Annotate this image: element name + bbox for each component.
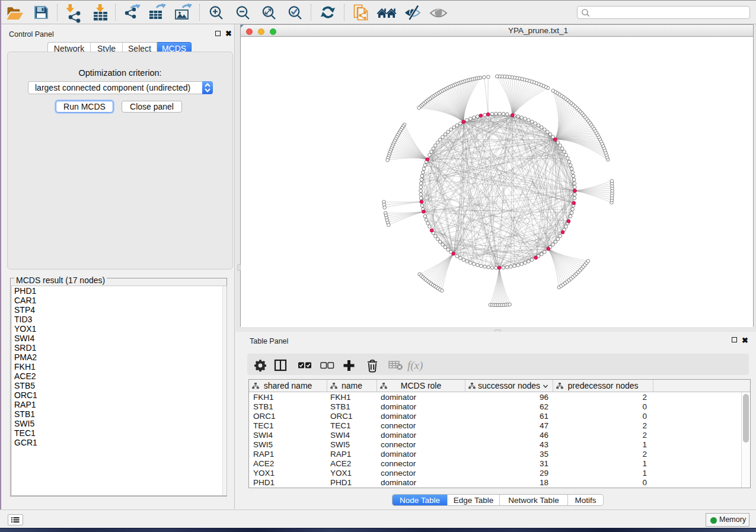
- svg-text:f(x): f(x): [407, 359, 423, 372]
